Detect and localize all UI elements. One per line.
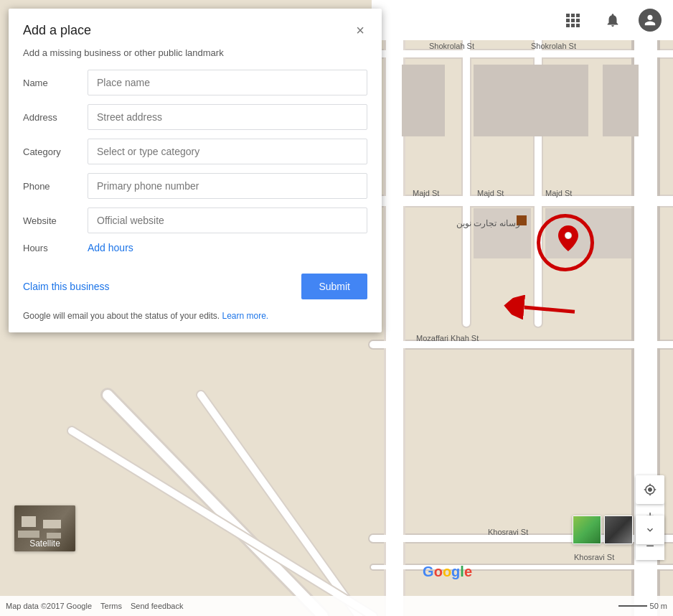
map-data-text: Map data ©2017 Google <box>6 602 92 610</box>
scale-bar: 50 m <box>618 602 667 610</box>
layer-controls <box>573 515 664 544</box>
category-input[interactable] <box>88 139 367 164</box>
svg-rect-7 <box>571 24 575 27</box>
hours-label: Hours <box>23 243 88 253</box>
dialog-note: Google will email you about the status o… <box>9 311 382 332</box>
svg-rect-3 <box>566 19 570 22</box>
form-section: Name Address Category Phone Website Hour… <box>9 70 382 253</box>
dialog-header: Add a place × <box>9 9 382 47</box>
note-text: Google will email you about the status o… <box>23 311 220 321</box>
annotation-circle <box>537 214 594 271</box>
phone-label: Phone <box>23 181 88 192</box>
expand-button[interactable] <box>636 515 664 544</box>
category-label: Category <box>23 146 88 157</box>
svg-line-11 <box>524 284 575 335</box>
submit-button[interactable]: Submit <box>301 274 367 299</box>
google-logo: Google <box>423 564 472 580</box>
grid-icon-button[interactable] <box>558 6 587 34</box>
claim-business-link[interactable]: Claim this business <box>23 281 110 292</box>
name-row: Name <box>23 70 367 95</box>
svg-rect-1 <box>571 14 575 17</box>
dialog-subtitle: Add a missing business or other public l… <box>9 47 382 70</box>
phone-input[interactable] <box>88 173 367 199</box>
dialog-footer: Claim this business Submit <box>9 262 382 311</box>
feedback-link[interactable]: Send feedback <box>131 602 183 610</box>
website-label: Website <box>23 215 88 226</box>
satellite-label: Satellite <box>14 538 75 549</box>
svg-rect-4 <box>571 19 575 22</box>
avatar[interactable] <box>639 9 662 32</box>
svg-rect-2 <box>576 14 580 17</box>
notification-icon-button[interactable] <box>598 6 627 34</box>
terms-link[interactable]: Terms <box>100 602 122 610</box>
satellite-button[interactable] <box>604 515 633 544</box>
website-input[interactable] <box>88 207 367 233</box>
map-bottom-bar: Map data ©2017 Google Terms Send feedbac… <box>0 596 673 616</box>
address-label: Address <box>23 112 88 123</box>
svg-rect-0 <box>566 14 570 17</box>
learn-more-link[interactable]: Learn more. <box>222 311 269 321</box>
phone-row: Phone <box>23 173 367 199</box>
name-label: Name <box>23 78 88 88</box>
website-row: Website <box>23 207 367 233</box>
terrain-button[interactable] <box>573 515 601 544</box>
add-hours-link[interactable]: Add hours <box>88 242 133 253</box>
svg-rect-5 <box>576 19 580 22</box>
my-location-button[interactable] <box>636 475 664 504</box>
svg-rect-6 <box>566 24 570 27</box>
scale-label: 50 m <box>650 602 667 610</box>
satellite-thumbnail[interactable]: Satellite <box>14 505 75 551</box>
address-row: Address <box>23 104 367 130</box>
add-place-dialog: Add a place × Add a missing business or … <box>9 9 382 332</box>
category-row: Category <box>23 139 367 164</box>
map-top-bar <box>372 0 673 40</box>
hours-row: Hours Add hours <box>23 242 367 253</box>
address-input[interactable] <box>88 104 367 130</box>
close-button[interactable]: × <box>353 20 367 40</box>
subtitle-text: Add a missing business or other public l… <box>23 47 224 58</box>
location-button-container <box>636 475 664 504</box>
name-input[interactable] <box>88 70 367 95</box>
svg-rect-8 <box>576 24 580 27</box>
dialog-title: Add a place <box>23 23 91 38</box>
